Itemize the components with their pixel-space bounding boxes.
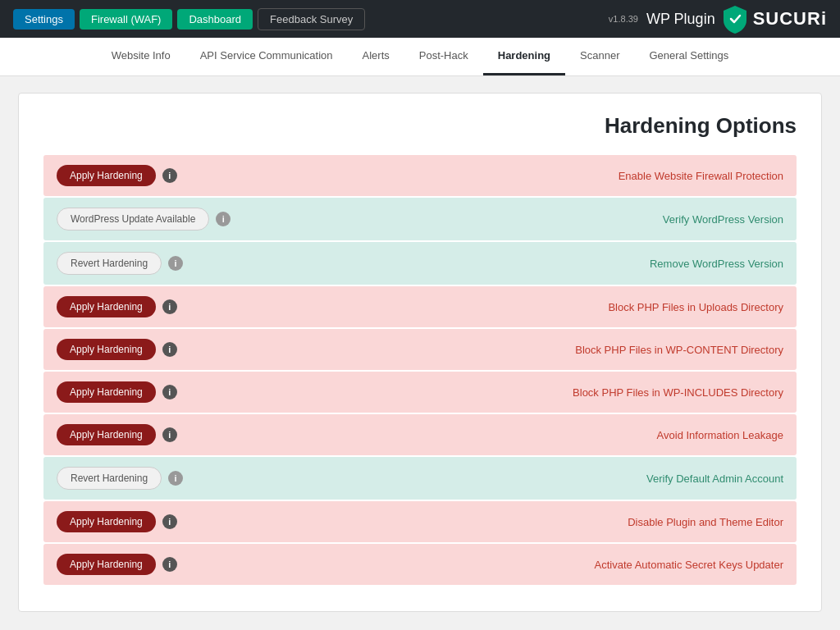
firewall-button[interactable]: Firewall (WAF) (80, 9, 172, 30)
apply-hardening-wp-content[interactable]: Apply Hardening (57, 339, 156, 360)
info-icon-wp-includes[interactable]: i (162, 385, 177, 399)
version-text: v1.8.39 (609, 14, 638, 24)
revert-wp-version[interactable]: WordPress Update Available (57, 208, 209, 231)
tab-hardening[interactable]: Hardening (483, 38, 565, 75)
row-label-admin-account: Verify Default Admin Account (646, 472, 783, 485)
apply-hardening-wp-includes[interactable]: Apply Hardening (57, 381, 156, 403)
hardening-row-uploads: Apply Hardening i Block PHP Files in Upl… (43, 286, 797, 327)
tab-website-info[interactable]: Website Info (97, 38, 185, 75)
row-left-secret-keys: Apply Hardening i (57, 554, 177, 575)
plugin-text: WP Plugin (646, 11, 715, 28)
info-icon-firewall[interactable]: i (162, 168, 177, 183)
apply-hardening-plugin-editor[interactable]: Apply Hardening (57, 511, 156, 532)
row-left-uploads: Apply Hardening i (57, 296, 177, 317)
hardening-row-plugin-editor: Apply Hardening i Disable Plugin and The… (43, 501, 797, 542)
row-left-info-leakage: Apply Hardening i (57, 424, 177, 445)
apply-hardening-uploads[interactable]: Apply Hardening (57, 296, 156, 317)
hardening-row-firewall: Apply Hardening i Enable Website Firewal… (43, 155, 797, 196)
tab-post-hack[interactable]: Post-Hack (404, 38, 483, 75)
tabs-bar: Website Info API Service Communication A… (0, 38, 840, 76)
hardening-row-admin-account: Revert Hardening i Verify Default Admin … (43, 457, 797, 500)
info-icon-wp-content[interactable]: i (162, 342, 177, 357)
hardening-row-secret-keys: Apply Hardening i Activate Automatic Sec… (43, 544, 797, 585)
tab-scanner[interactable]: Scanner (565, 38, 634, 75)
info-icon-plugin-editor[interactable]: i (162, 514, 177, 529)
row-label-uploads: Block PHP Files in Uploads Directory (608, 301, 783, 313)
info-icon-uploads[interactable]: i (162, 299, 177, 314)
revert-admin-account[interactable]: Revert Hardening (57, 467, 162, 490)
row-label-firewall: Enable Website Firewall Protection (619, 170, 783, 182)
row-label-wp-includes: Block PHP Files in WP-INCLUDES Directory (573, 386, 783, 399)
feedback-button[interactable]: Feedback Survey (258, 8, 365, 30)
settings-button[interactable]: Settings (13, 9, 75, 30)
tab-alerts[interactable]: Alerts (348, 38, 404, 75)
row-left-admin-account: Revert Hardening i (57, 467, 183, 490)
top-bar: Settings Firewall (WAF) Dashboard Feedba… (0, 0, 840, 38)
main-content: Hardening Options Apply Hardening i Enab… (18, 93, 822, 612)
row-label-wp-content: Block PHP Files in WP-CONTENT Directory (575, 344, 783, 356)
brand-logo: SUCURi (720, 4, 827, 34)
row-left-wp-includes: Apply Hardening i (57, 381, 177, 403)
top-bar-nav: Settings Firewall (WAF) Dashboard Feedba… (13, 8, 365, 30)
dashboard-button[interactable]: Dashboard (177, 9, 253, 30)
row-label-info-leakage: Avoid Information Leakage (657, 429, 783, 441)
info-icon-admin-account[interactable]: i (168, 471, 183, 486)
apply-hardening-firewall[interactable]: Apply Hardening (57, 165, 156, 186)
row-left-wp-version: WordPress Update Available i (57, 208, 231, 231)
info-icon-remove-wp-version[interactable]: i (168, 256, 183, 271)
row-left-wp-content: Apply Hardening i (57, 339, 177, 360)
sucuri-brand-name: SUCURi (753, 8, 827, 30)
apply-hardening-info-leakage[interactable]: Apply Hardening (57, 424, 156, 445)
info-icon-info-leakage[interactable]: i (162, 427, 177, 442)
info-icon-secret-keys[interactable]: i (162, 557, 177, 572)
hardening-row-wp-content: Apply Hardening i Block PHP Files in WP-… (43, 329, 797, 370)
page-title: Hardening Options (43, 113, 797, 139)
revert-remove-wp-version[interactable]: Revert Hardening (57, 252, 162, 275)
hardening-row-wp-version: WordPress Update Available i Verify Word… (43, 198, 797, 240)
hardening-row-info-leakage: Apply Hardening i Avoid Information Leak… (43, 414, 797, 455)
sucuri-shield-icon (720, 4, 750, 34)
row-label-wp-version: Verify WordPress Version (663, 213, 783, 226)
info-icon-wp-version[interactable]: i (216, 212, 231, 226)
row-label-remove-wp-version: Remove WordPress Version (650, 258, 783, 270)
hardening-row-wp-includes: Apply Hardening i Block PHP Files in WP-… (43, 372, 797, 413)
apply-hardening-secret-keys[interactable]: Apply Hardening (57, 554, 156, 575)
logo-area: v1.8.39 WP Plugin SUCURi (609, 4, 827, 34)
hardening-row-remove-wp-version: Revert Hardening i Remove WordPress Vers… (43, 242, 797, 285)
tab-api-service[interactable]: API Service Communication (185, 38, 348, 75)
row-label-plugin-editor: Disable Plugin and Theme Editor (628, 516, 783, 528)
row-left-firewall: Apply Hardening i (57, 165, 177, 186)
tab-general-settings[interactable]: General Settings (634, 38, 743, 75)
row-left-plugin-editor: Apply Hardening i (57, 511, 177, 532)
row-label-secret-keys: Activate Automatic Secret Keys Updater (595, 559, 784, 571)
row-left-remove-wp-version: Revert Hardening i (57, 252, 183, 275)
